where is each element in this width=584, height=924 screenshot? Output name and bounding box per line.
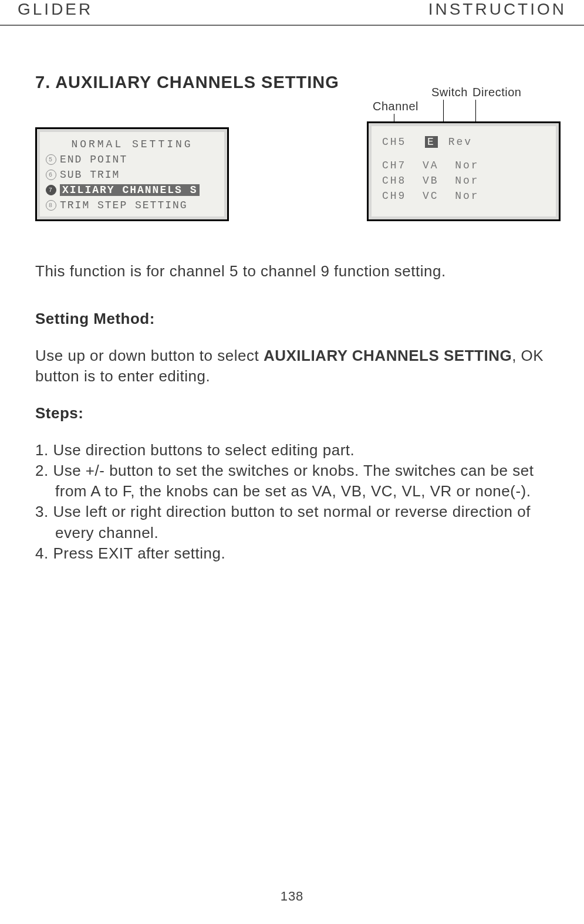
header-right: INSTRUCTION	[428, 0, 566, 19]
aux-sw: VA	[423, 160, 439, 171]
callout-switch: Switch	[431, 86, 468, 99]
lcd-menu-row-selected: 7 XILIARY CHANNELS S	[46, 182, 218, 198]
menu-num-icon: 8	[46, 200, 56, 211]
aux-dir: Nor	[455, 175, 479, 187]
menu-label: TRIM STEP SETTING	[60, 199, 188, 211]
aux-ch: CH9	[382, 190, 406, 202]
aux-dir: Nor	[455, 160, 479, 171]
function-description: This function is for channel 5 to channe…	[35, 262, 549, 280]
page-header: GLIDER INSTRUCTION	[0, 0, 584, 26]
callout-direction: Direction	[472, 86, 521, 99]
menu-label: SUB TRIM	[60, 169, 120, 181]
aux-ch: CH8	[382, 175, 406, 187]
body-text: This function is for channel 5 to channe…	[35, 262, 549, 564]
setting-method-paragraph: Use up or down button to select AUXILIAR…	[35, 346, 549, 387]
menu-num-icon: 6	[46, 170, 56, 180]
lcd-left: NORMAL SETTING 5 END POINT 6 SUB TRIM 7 …	[35, 127, 229, 221]
lcd-right: CH5 E Rev CH7 VA Nor CH8 VB Nor	[367, 121, 561, 221]
step-item: 3. Use left or right direction button to…	[35, 502, 549, 543]
steps-list: 1. Use direction buttons to select editi…	[35, 440, 549, 564]
lcd-right-wrap: Channel Switch Direction CH5 E Rev CH7	[367, 121, 561, 221]
aux-dir: Nor	[455, 190, 479, 202]
lcd-left-title: NORMAL SETTING	[46, 137, 218, 152]
setting-method-bold: AUXILIARY CHANNELS SETTING	[264, 347, 512, 364]
callout-channel: Channel	[373, 100, 418, 113]
spacer	[382, 150, 545, 158]
menu-label-selected: XILIARY CHANNELS S	[60, 184, 200, 196]
aux-row: CH8 VB Nor	[382, 173, 545, 188]
aux-row: CH9 VC Nor	[382, 188, 545, 204]
lcd-row: NORMAL SETTING 5 END POINT 6 SUB TRIM 7 …	[35, 121, 561, 221]
steps-heading: Steps:	[35, 404, 549, 422]
menu-num-icon: 7	[46, 185, 56, 195]
aux-row: CH7 VA Nor	[382, 158, 545, 173]
step-item: 1. Use direction buttons to select editi…	[35, 440, 549, 461]
aux-sw: VB	[423, 175, 439, 187]
step-item: 2. Use +/- button to set the switches or…	[35, 461, 549, 502]
menu-num-icon: 5	[46, 154, 56, 165]
aux-ch: CH7	[382, 160, 406, 171]
header-left: GLIDER	[18, 0, 93, 19]
step-item: 4. Press EXIT after setting.	[35, 543, 549, 564]
setting-method-pre: Use up or down button to select	[35, 347, 264, 364]
page-number: 138	[0, 889, 584, 904]
lcd-menu-row: 5 END POINT	[46, 152, 218, 167]
lcd-menu-row: 8 TRIM STEP SETTING	[46, 198, 218, 213]
lcd-left-inner: NORMAL SETTING 5 END POINT 6 SUB TRIM 7 …	[40, 132, 224, 216]
menu-label: END POINT	[60, 154, 127, 165]
aux-ch: CH5	[382, 136, 406, 148]
aux-sw: VC	[423, 190, 439, 202]
aux-dir: Rev	[448, 136, 472, 148]
lcd-menu-row: 6 SUB TRIM	[46, 167, 218, 182]
setting-method-heading: Setting Method:	[35, 310, 549, 328]
lcd-right-inner: CH5 E Rev CH7 VA Nor CH8 VB Nor	[372, 126, 556, 216]
aux-sw-selected: E	[425, 136, 438, 148]
aux-row: CH5 E Rev	[382, 134, 545, 150]
